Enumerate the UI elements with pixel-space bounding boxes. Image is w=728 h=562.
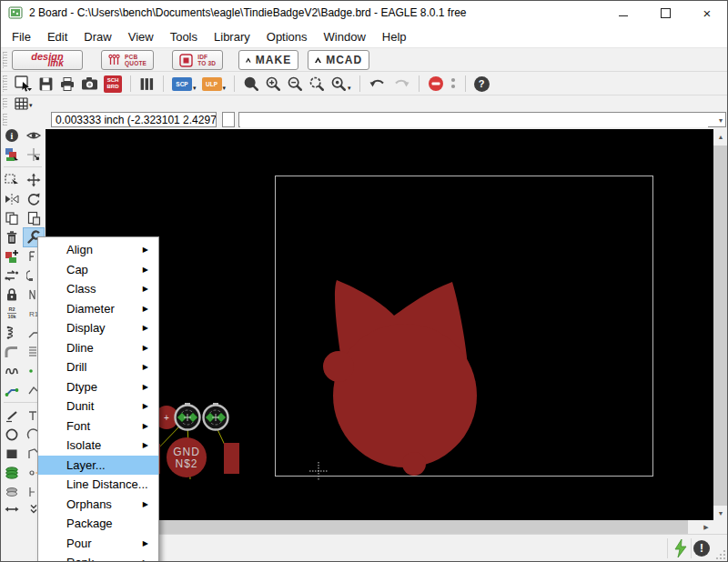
rotate-tool[interactable] <box>24 190 44 208</box>
value-tool[interactable]: R2 10k <box>2 305 22 323</box>
submenu-arrow-icon: ▶ <box>143 402 148 410</box>
run-ulp-button[interactable]: ULP ▾ <box>202 74 227 94</box>
toolbar-drag-handle[interactable] <box>3 75 7 92</box>
redo-button[interactable] <box>392 74 410 94</box>
close-button[interactable]: × <box>686 0 728 25</box>
menu-library[interactable]: Library <box>206 25 258 47</box>
pcb-quote-button[interactable]: PCBQUOTE <box>101 50 154 70</box>
zoom-out-button[interactable] <box>287 74 303 94</box>
toolbar-drag-handle[interactable] <box>3 98 7 110</box>
menu-item-isolate[interactable]: Isolate▶ <box>38 436 158 456</box>
menu-view[interactable]: View <box>120 25 162 47</box>
meander-tool[interactable] <box>2 362 22 380</box>
maximize-button[interactable] <box>644 0 686 25</box>
save-button[interactable] <box>38 74 54 94</box>
group-select-tool[interactable] <box>2 171 22 189</box>
mark-tool[interactable] <box>24 146 44 164</box>
menu-file[interactable]: File <box>0 25 39 47</box>
sch-brd-icon: SCHBRD <box>104 75 122 93</box>
minimize-button[interactable] <box>602 0 644 25</box>
scroll-right-button[interactable]: ▶ <box>699 520 713 534</box>
undo-button[interactable] <box>369 74 387 94</box>
toolbar-drag-handle[interactable] <box>3 52 7 68</box>
add-part-icon <box>5 249 19 264</box>
menu-item-rank[interactable]: Rank▶ <box>38 553 158 562</box>
menu-item-pour[interactable]: Pour▶ <box>38 534 158 554</box>
menu-item-line-distance[interactable]: Line Distance... <box>38 475 158 495</box>
menu-options[interactable]: Options <box>258 25 316 47</box>
move-tool[interactable] <box>24 171 44 189</box>
zoom-select-icon <box>308 75 325 92</box>
delete-tool[interactable] <box>2 228 22 246</box>
library-button[interactable] <box>139 74 155 94</box>
drc-status-button[interactable] <box>671 538 691 558</box>
paste-icon <box>26 211 41 226</box>
grid-button[interactable]: ▾ <box>15 96 33 111</box>
export-image-button[interactable] <box>81 74 98 94</box>
menu-item-drill[interactable]: Drill▶ <box>38 357 158 377</box>
lock-tool[interactable] <box>2 286 22 304</box>
mirror-tool[interactable] <box>2 190 22 208</box>
menu-item-layer[interactable]: Layer... <box>38 456 158 476</box>
help-button[interactable]: ? <box>474 74 490 94</box>
menu-draw[interactable]: Draw <box>76 25 119 47</box>
copy-icon <box>5 211 19 226</box>
stop-button[interactable] <box>428 74 444 94</box>
display-layers-tool[interactable] <box>2 146 22 164</box>
vertical-scrollbar-thumb[interactable] <box>713 146 728 506</box>
via-tool[interactable] <box>2 483 22 501</box>
menu-edit[interactable]: Edit <box>39 25 76 47</box>
scroll-up-button[interactable]: ▲ <box>713 129 728 144</box>
resize-grip[interactable] <box>714 548 726 560</box>
menu-item-package[interactable]: Package <box>38 514 158 534</box>
wire-tool[interactable] <box>2 406 22 425</box>
vertical-scrollbar[interactable]: ▲ ▼ <box>713 129 728 520</box>
add-part-tool[interactable] <box>2 247 22 266</box>
route-tool[interactable] <box>2 381 22 399</box>
menu-item-display[interactable]: Display▶ <box>38 318 158 338</box>
menu-item-align[interactable]: Align▶ <box>38 240 158 260</box>
zoom-fit-button[interactable] <box>243 74 259 94</box>
more-options-button[interactable] <box>450 74 457 94</box>
info-tool[interactable]: i <box>2 126 22 145</box>
print-button[interactable] <box>59 74 76 94</box>
zoom-in-button[interactable] <box>265 74 281 94</box>
width-tool[interactable] <box>2 500 22 518</box>
paste-tool[interactable] <box>24 209 44 227</box>
menu-item-dline[interactable]: Dline▶ <box>38 338 158 358</box>
menu-help[interactable]: Help <box>374 25 415 47</box>
replace-tool[interactable] <box>2 266 22 285</box>
copy-tool[interactable] <box>2 209 22 227</box>
idf-to-3d-button[interactable]: IDFTO 3D <box>172 50 223 70</box>
toolbar-drag-handle[interactable] <box>3 114 7 126</box>
open-board-button[interactable] <box>15 74 33 94</box>
menu-item-class[interactable]: Class▶ <box>38 279 158 299</box>
design-link-button[interactable]: designlink <box>12 50 83 70</box>
menu-item-dtype[interactable]: Dtype▶ <box>38 377 158 397</box>
schematic-board-switch-button[interactable]: SCHBRD <box>104 74 122 94</box>
menu-item-orphans[interactable]: Orphans▶ <box>38 495 158 515</box>
run-script-button[interactable]: SCP ▾ <box>172 74 197 94</box>
show-tool[interactable] <box>24 126 44 145</box>
rect-tool[interactable] <box>2 445 22 463</box>
ratsnest-icon <box>5 466 19 480</box>
menu-item-cap[interactable]: Cap▶ <box>38 260 158 280</box>
errors-status-button[interactable]: ! <box>692 538 712 558</box>
optimize-tool[interactable] <box>2 324 22 342</box>
menu-item-dunit[interactable]: Dunit▶ <box>38 396 158 416</box>
menu-item-font[interactable]: Font▶ <box>38 416 158 437</box>
menu-window[interactable]: Window <box>316 25 374 47</box>
undo-icon <box>369 76 387 91</box>
command-input[interactable] <box>240 114 708 127</box>
make-button[interactable]: MAKE <box>238 50 298 70</box>
menu-tools[interactable]: Tools <box>162 25 206 47</box>
menu-item-diameter[interactable]: Diameter▶ <box>38 299 158 319</box>
scroll-down-button[interactable]: ▼ <box>713 506 728 520</box>
ratsnest-tool[interactable] <box>2 464 22 482</box>
zoom-select-button[interactable] <box>308 74 325 94</box>
mcad-button[interactable]: MCAD <box>308 50 369 70</box>
miter-tool[interactable] <box>2 343 22 361</box>
zoom-redraw-button[interactable]: ▾ <box>330 74 351 94</box>
redo-icon <box>392 76 410 91</box>
circle-tool[interactable] <box>2 426 22 444</box>
